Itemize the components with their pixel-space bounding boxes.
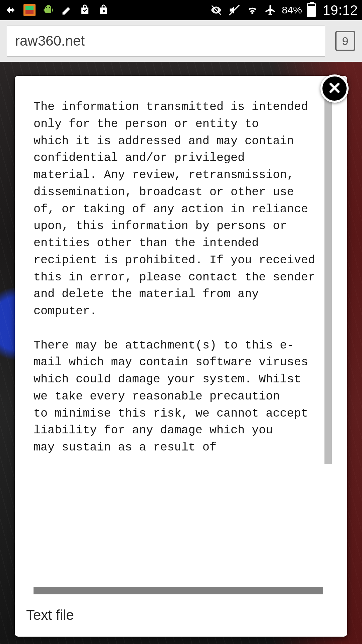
status-right-icons: 84% 19:12: [209, 3, 358, 18]
status-left-icons: [4, 3, 111, 17]
battery-icon: [307, 3, 316, 17]
shop-play-icon: [98, 3, 111, 17]
tab-count-value: 9: [342, 35, 349, 48]
text-viewer-modal: The information transmitted is intended …: [15, 76, 347, 637]
horizontal-scrollbar[interactable]: [34, 587, 323, 594]
eye-off-icon: [209, 3, 223, 17]
modal-footer-label: Text file: [15, 598, 347, 637]
volume-mute-icon: [228, 3, 241, 17]
shop-check-icon: [79, 3, 93, 17]
disclaimer-text: The information transmitted is intended …: [24, 89, 338, 594]
antivirus-app-icon: [23, 3, 36, 17]
svg-point-4: [49, 7, 50, 8]
status-bar: 84% 19:12: [0, 0, 362, 20]
page-viewport[interactable]: The information transmitted is intended …: [0, 62, 362, 644]
wifi-icon: [246, 3, 259, 17]
url-input[interactable]: raw360.net: [7, 25, 325, 57]
android-robot-icon: [42, 3, 55, 17]
battery-percentage: 84%: [282, 4, 302, 16]
close-icon: [328, 81, 341, 96]
url-text: raw360.net: [15, 33, 85, 49]
scrollbar-thumb[interactable]: [324, 99, 332, 464]
tab-switcher-button[interactable]: 9: [335, 31, 355, 51]
svg-rect-1: [25, 6, 34, 10]
share-arrow-icon: [4, 3, 17, 17]
browser-toolbar: raw360.net 9: [0, 20, 362, 62]
clock: 19:12: [323, 3, 358, 18]
close-button[interactable]: [320, 74, 349, 103]
svg-point-3: [46, 7, 47, 8]
svg-rect-6: [52, 9, 53, 12]
vertical-scrollbar[interactable]: [324, 99, 332, 568]
pencil-edit-icon: [60, 3, 74, 17]
airplane-mode-icon: [264, 3, 277, 17]
svg-rect-5: [44, 9, 45, 12]
modal-body[interactable]: The information transmitted is intended …: [24, 89, 338, 594]
svg-rect-2: [25, 10, 34, 14]
